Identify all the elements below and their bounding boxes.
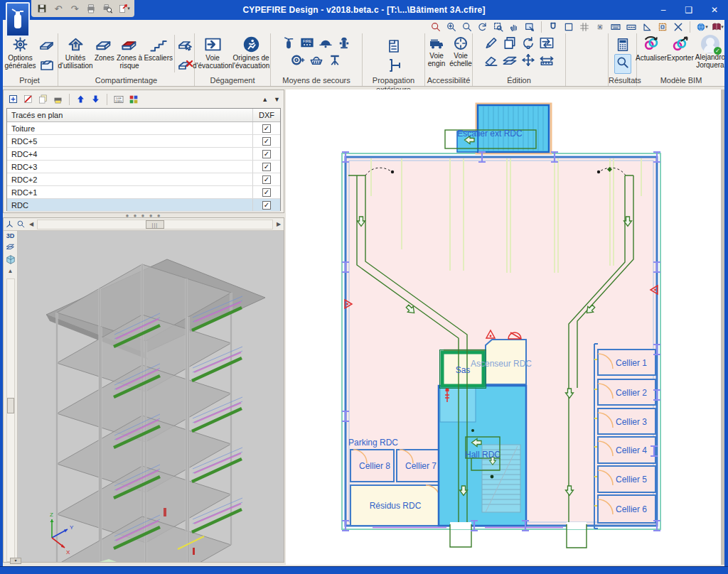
facade-propagation-icon[interactable]	[385, 38, 402, 55]
measure-icon[interactable]	[538, 52, 555, 68]
dxf-checkbox[interactable]	[262, 163, 271, 171]
table-row[interactable]: RDC+1	[7, 186, 280, 199]
ortho-icon[interactable]	[562, 21, 575, 33]
work-plane-icon[interactable]	[38, 36, 55, 53]
save-button[interactable]	[36, 2, 48, 15]
hydrant-icon[interactable]	[336, 35, 353, 51]
separation-distance-icon[interactable]	[385, 57, 402, 74]
user-account-button[interactable]: ✓ Alejandro Jorquera	[695, 35, 725, 70]
globe-config-icon[interactable]: ▾	[695, 21, 708, 33]
redo-button[interactable]: ↷	[68, 2, 81, 15]
move-down-button[interactable]	[90, 93, 102, 105]
hscrollbar[interactable]: |||	[37, 220, 273, 229]
eraser-icon[interactable]	[483, 52, 500, 68]
selection-box-icon[interactable]	[656, 21, 669, 33]
vscroll-up-button[interactable]: ▲	[8, 268, 14, 274]
dxf-checkbox[interactable]	[262, 124, 271, 133]
fire-alarm-panel-icon[interactable]: FIRE	[299, 35, 316, 51]
add-plan-button[interactable]	[7, 93, 19, 105]
voie-evacuation-button[interactable]: Voie d'évacuation	[195, 35, 230, 70]
grid-icon[interactable]	[578, 21, 591, 33]
print-plan-button[interactable]	[52, 93, 64, 105]
mirror-swap-icon[interactable]	[538, 35, 555, 51]
zones-a-risque-button[interactable]: Zones à risque	[117, 35, 143, 70]
edit-plan-button[interactable]	[22, 93, 34, 105]
inspect-results-button[interactable]	[614, 54, 631, 74]
unites-utilisation-button[interactable]: Unités d'utilisation	[58, 35, 92, 70]
zoom-3d-icon[interactable]	[15, 218, 26, 230]
floor-plan-canvas[interactable]: Escalier ext RDC Parking RDC Sas Ascense…	[286, 90, 721, 565]
rotate-icon[interactable]	[520, 35, 537, 51]
calculator-icon[interactable]	[615, 37, 631, 53]
zoom-previous-icon[interactable]	[429, 21, 442, 33]
table-row[interactable]: RDC+3	[7, 161, 280, 173]
smoke-detector-icon[interactable]	[308, 52, 325, 68]
exporter-button[interactable]: Exporter	[667, 35, 694, 63]
zones-button[interactable]: Zones	[94, 35, 115, 63]
table-row[interactable]: RDC+4	[7, 148, 280, 161]
table-row[interactable]: Toiture	[7, 122, 280, 135]
pan-icon[interactable]	[508, 21, 520, 33]
dxf-checkbox[interactable]	[262, 150, 271, 158]
alarm-bell-icon[interactable]	[317, 35, 334, 51]
hscroll-right-button[interactable]: ▶	[274, 221, 284, 227]
edit-compartment-icon[interactable]	[177, 36, 194, 53]
solid-view-icon[interactable]	[6, 254, 16, 265]
collapse-up-button[interactable]: ▲	[262, 96, 268, 103]
coordinates-icon[interactable]	[625, 21, 638, 33]
print-button[interactable]	[85, 2, 97, 15]
dxf-checkbox[interactable]	[262, 188, 271, 197]
help-book-icon[interactable]: ▾	[711, 21, 724, 33]
set-square-icon[interactable]	[641, 21, 653, 33]
view-3d-icon[interactable]: 3D	[6, 232, 15, 239]
tools-icon[interactable]	[672, 21, 685, 33]
escaliers-button[interactable]: Escaliers	[144, 35, 173, 63]
edit-pencil-icon[interactable]	[483, 35, 500, 51]
table-row-selected[interactable]: RDC	[7, 199, 280, 212]
voie-engin-button[interactable]: Voie engin	[425, 35, 448, 68]
model-3d-canvas[interactable]: Z Y X	[18, 231, 284, 562]
vscroll-thumb[interactable]	[7, 398, 14, 413]
table-row[interactable]: RDC+2	[7, 173, 280, 186]
hscroll-thumb[interactable]: |||	[146, 220, 164, 229]
maximize-button[interactable]: ❑	[681, 3, 697, 17]
axes-view-icon[interactable]	[4, 218, 15, 230]
minimize-button[interactable]: –	[655, 3, 671, 17]
layers-3d-icon[interactable]	[5, 242, 16, 251]
close-button[interactable]: ✕	[707, 3, 722, 17]
actualiser-button[interactable]: Actualiser	[637, 35, 665, 63]
extinguisher-icon[interactable]	[280, 35, 297, 51]
dxf-checkbox[interactable]	[262, 175, 271, 184]
copy-icon[interactable]	[501, 35, 518, 51]
capture-view-icon[interactable]	[523, 21, 536, 33]
zoom-window-icon[interactable]	[461, 21, 473, 33]
voie-echelle-button[interactable]: Voie échelle	[449, 35, 472, 68]
plane-manager-icon[interactable]	[38, 55, 55, 72]
origines-evacuation-button[interactable]: Origines de l'évacuation	[232, 35, 270, 70]
layers-icon[interactable]	[501, 52, 518, 68]
move-icon[interactable]	[520, 52, 537, 68]
vscrollbar[interactable]	[6, 278, 15, 562]
export-share-button[interactable]: ▾	[117, 2, 130, 15]
dxf-checkbox[interactable]	[262, 137, 271, 146]
sprinkler-icon[interactable]	[326, 52, 343, 68]
keyboard-entry-icon[interactable]	[609, 21, 622, 33]
dxf-dwg-button[interactable]: DXFDWG	[112, 93, 124, 105]
delete-compartment-icon[interactable]	[177, 55, 194, 72]
print-preview-button[interactable]	[101, 2, 114, 15]
zoom-selection-icon[interactable]	[492, 21, 505, 33]
object-snap-icon[interactable]	[594, 21, 606, 33]
snap-magnet-icon[interactable]	[547, 21, 560, 33]
dxf-checkbox[interactable]	[262, 201, 271, 210]
collapse-down-button[interactable]: ▼	[274, 96, 280, 103]
zoom-all-icon[interactable]	[445, 21, 458, 33]
hscroll-left-button[interactable]: ◀	[26, 221, 36, 227]
app-logo-extinguisher-icon[interactable]	[6, 2, 30, 37]
table-row[interactable]: RDC+5	[7, 135, 280, 148]
dxf-layers-button[interactable]	[127, 93, 139, 105]
copy-plan-button[interactable]	[37, 93, 49, 105]
redraw-icon[interactable]	[476, 21, 489, 33]
hose-reel-icon[interactable]	[289, 52, 306, 68]
panel-grip-button[interactable]: ▾	[10, 558, 21, 564]
move-up-button[interactable]	[75, 93, 87, 105]
